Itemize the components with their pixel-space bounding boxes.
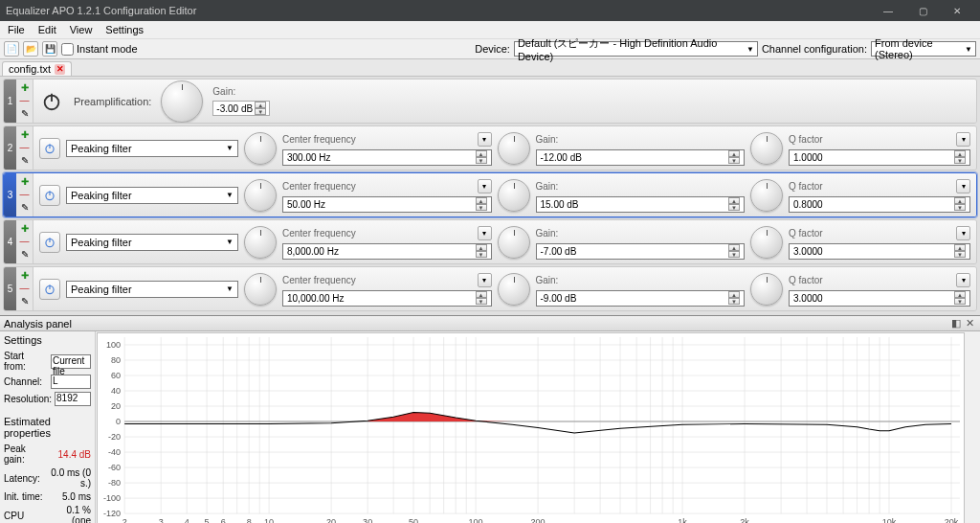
gain-input[interactable]: -9.00 dB▲▼ [536, 290, 746, 307]
cf-input[interactable]: 8,000.00 Hz▲▼ [282, 243, 492, 260]
tabbar: config.txt ✕ [0, 59, 980, 77]
remove-row-icon[interactable]: — [20, 190, 30, 199]
preamp-gain-input[interactable]: -3.00 dB ▲▼ [212, 101, 270, 116]
filter-type-dropdown[interactable]: Peaking filter [66, 281, 238, 298]
channel-config-dropdown[interactable]: From device (Stereo)▼ [871, 41, 976, 57]
gain-label: Gain: [536, 228, 746, 239]
gain-input[interactable]: 15.00 dB▲▼ [536, 196, 746, 213]
add-row-icon[interactable]: ✚ [21, 130, 29, 140]
filter-type-dropdown[interactable]: Peaking filter [66, 187, 238, 204]
instant-mode-checkbox[interactable]: Instant mode [61, 43, 138, 56]
new-file-button[interactable]: 📄 [4, 41, 19, 57]
cf-menu-icon[interactable]: ▾ [478, 132, 492, 147]
row-controls: ✚ — ✎ [16, 80, 33, 123]
frequency-knob[interactable] [244, 179, 277, 212]
svg-text:-60: -60 [108, 463, 121, 472]
add-row-icon[interactable]: ✚ [21, 224, 29, 234]
add-row-icon[interactable]: ✚ [21, 83, 29, 93]
preamp-gain-knob[interactable] [161, 80, 203, 123]
save-file-button[interactable]: 💾 [42, 41, 57, 57]
q-input[interactable]: 1.0000▲▼ [789, 149, 970, 166]
edit-row-icon[interactable]: ✎ [21, 250, 29, 260]
gain-knob[interactable] [498, 179, 530, 212]
peak-gain-value: 14.4 dB [51, 449, 91, 460]
frequency-knob[interactable] [244, 226, 277, 259]
filter-type-dropdown[interactable]: Peaking filter [66, 234, 238, 251]
q-menu-icon[interactable]: ▾ [956, 226, 970, 240]
gain-knob[interactable] [498, 273, 530, 306]
q-knob[interactable] [750, 179, 783, 212]
gain-knob[interactable] [498, 132, 530, 165]
add-row-icon[interactable]: ✚ [21, 177, 29, 187]
q-knob[interactable] [750, 226, 783, 259]
undock-icon[interactable]: ◧ [949, 317, 963, 330]
menu-view[interactable]: View [64, 24, 99, 35]
gain-input[interactable]: -12.00 dB▲▼ [536, 149, 746, 166]
edit-row-icon[interactable]: ✎ [21, 109, 29, 119]
row-controls: ✚ — ✎ [16, 267, 33, 310]
row-controls: ✚ — ✎ [16, 173, 33, 216]
cf-label: Center frequency [282, 181, 478, 192]
power-button[interactable] [39, 89, 64, 114]
menu-file[interactable]: File [2, 24, 31, 35]
cf-input[interactable]: 10,000.00 Hz▲▼ [282, 290, 492, 307]
close-panel-icon[interactable]: ✕ [963, 317, 976, 330]
tab-config[interactable]: config.txt ✕ [2, 61, 72, 76]
svg-text:-80: -80 [108, 478, 121, 488]
power-button[interactable] [39, 185, 60, 206]
menu-settings[interactable]: Settings [100, 24, 149, 35]
q-knob[interactable] [750, 132, 783, 165]
q-knob[interactable] [750, 273, 783, 306]
row-number[interactable]: 4 [4, 220, 16, 263]
resolution-dropdown[interactable]: 8192 [55, 392, 91, 406]
edit-row-icon[interactable]: ✎ [21, 203, 29, 213]
power-button[interactable] [39, 232, 60, 253]
filter-row: 4 ✚ — ✎ Peaking filter Center frequency▾… [3, 219, 977, 264]
window-titlebar: Equalizer APO 1.2.1 Configuration Editor… [0, 0, 980, 21]
start-from-dropdown[interactable]: Current file [51, 354, 91, 369]
gain-knob[interactable] [498, 226, 530, 259]
remove-row-icon[interactable]: — [20, 96, 30, 105]
row-number[interactable]: 3 [4, 173, 16, 216]
edit-row-icon[interactable]: ✎ [21, 297, 29, 307]
remove-row-icon[interactable]: — [20, 237, 30, 246]
edit-row-icon[interactable]: ✎ [21, 156, 29, 166]
close-button[interactable]: ✕ [940, 6, 974, 16]
q-menu-icon[interactable]: ▾ [956, 273, 970, 287]
tab-label: config.txt [9, 63, 51, 75]
open-file-button[interactable]: 📂 [23, 41, 38, 57]
q-input[interactable]: 0.8000▲▼ [789, 196, 970, 213]
remove-row-icon[interactable]: — [20, 284, 30, 293]
q-menu-icon[interactable]: ▾ [956, 179, 970, 193]
channel-dropdown[interactable]: L [51, 375, 91, 389]
cf-menu-icon[interactable]: ▾ [478, 226, 492, 240]
device-dropdown[interactable]: Default (スピーカー - High Definition Audio D… [514, 41, 758, 57]
cf-menu-icon[interactable]: ▾ [478, 179, 492, 193]
power-button[interactable] [39, 138, 60, 159]
init-time-value: 5.0 ms [51, 491, 91, 502]
frequency-knob[interactable] [244, 273, 277, 306]
maximize-button[interactable]: ▢ [905, 6, 940, 16]
row-number[interactable]: 2 [4, 126, 16, 170]
menu-edit[interactable]: Edit [33, 24, 62, 35]
row-number[interactable]: 5 [4, 267, 16, 310]
cf-label: Center frequency [282, 228, 478, 239]
minimize-button[interactable]: — [871, 6, 905, 16]
q-input[interactable]: 3.0000▲▼ [789, 243, 970, 260]
add-row-icon[interactable]: ✚ [21, 271, 29, 281]
cf-input[interactable]: 300.00 Hz▲▼ [282, 149, 492, 166]
cf-input[interactable]: 50.00 Hz▲▼ [282, 196, 492, 213]
tab-close-icon[interactable]: ✕ [55, 64, 65, 75]
settings-title: Settings [4, 334, 91, 346]
remove-row-icon[interactable]: — [20, 143, 30, 152]
cf-menu-icon[interactable]: ▾ [478, 273, 492, 287]
power-button[interactable] [39, 279, 60, 300]
q-input[interactable]: 3.0000▲▼ [789, 290, 970, 307]
instant-mode-input[interactable] [61, 43, 74, 56]
filter-row-preamp: 1 ✚ — ✎ Preamplification: Gain: -3.00 dB… [3, 79, 977, 124]
row-number[interactable]: 1 [4, 80, 16, 123]
q-menu-icon[interactable]: ▾ [956, 132, 970, 147]
frequency-knob[interactable] [244, 132, 277, 165]
gain-input[interactable]: -7.00 dB▲▼ [536, 243, 746, 260]
filter-type-dropdown[interactable]: Peaking filter [66, 140, 238, 157]
